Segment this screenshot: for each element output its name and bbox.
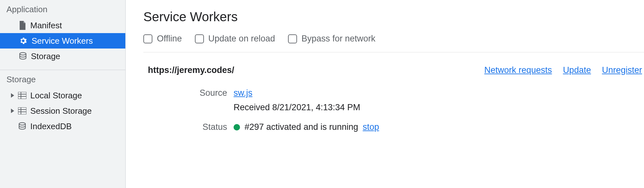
checkbox-label: Update on reload [208,34,275,44]
checkbox-label: Offline [157,34,182,44]
received-text: Received 8/21/2021, 4:13:34 PM [234,103,644,112]
source-label: Source [143,88,227,112]
options-row: Offline Update on reload Bypass for netw… [143,24,644,52]
page-title: Service Workers [143,10,644,24]
sidebar-item-label: Service Workers [32,36,93,46]
status-value: #297 activated and is running stop [234,122,644,132]
sidebar-item-app-storage[interactable]: Storage [0,49,125,64]
checkbox-icon [195,34,204,43]
sidebar-item-service-workers[interactable]: Service Workers [0,33,125,49]
sidebar-item-label: Storage [31,51,60,61]
update-on-reload-checkbox[interactable]: Update on reload [195,34,275,44]
origin-actions: Network requests Update Unregister [484,65,644,75]
sidebar-item-label: Local Storage [30,91,82,101]
source-file-link[interactable]: sw.js [234,88,644,98]
sidebar-item-label: Session Storage [30,106,92,116]
sidebar-item-session-storage[interactable]: Session Storage [0,103,125,119]
table-icon [18,92,26,99]
svg-rect-5 [18,107,26,114]
checkbox-icon [288,34,297,43]
status-text: #297 activated and is running [245,122,358,132]
chevron-right-icon [11,93,14,98]
status-dot-icon [234,124,240,130]
sidebar-item-manifest[interactable]: Manifest [0,18,125,33]
details-grid: Source sw.js Received 8/21/2021, 4:13:34… [143,81,644,132]
gear-icon [19,36,28,45]
bypass-for-network-checkbox[interactable]: Bypass for network [288,34,376,44]
sidebar-section-storage: Storage [0,70,125,88]
caret-spacer [11,124,14,129]
svg-rect-1 [18,92,26,99]
sidebar-item-label: Manifest [30,21,62,31]
sidebar-item-label: IndexedDB [30,121,72,131]
unregister-link[interactable]: Unregister [602,65,642,75]
origin-url: https://jeremy.codes/ [148,65,234,75]
table-icon [18,107,26,114]
source-value: sw.js Received 8/21/2021, 4:13:34 PM [234,88,644,112]
document-icon [19,21,26,30]
update-link[interactable]: Update [563,65,591,75]
stop-link[interactable]: stop [363,122,379,132]
offline-checkbox[interactable]: Offline [143,34,182,44]
checkbox-label: Bypass for network [302,34,376,44]
sidebar-item-indexeddb[interactable]: IndexedDB [0,119,125,134]
network-requests-link[interactable]: Network requests [484,65,552,75]
checkbox-icon [143,34,152,43]
database-icon [18,122,26,131]
sidebar-section-application: Application [0,0,125,18]
origin-row: https://jeremy.codes/ Network requests U… [143,52,644,81]
svg-point-9 [19,123,25,125]
sidebar: Application Manifest Service Workers Sto… [0,0,126,188]
svg-point-0 [20,53,26,55]
status-label: Status [143,122,227,132]
main-panel: Service Workers Offline Update on reload… [126,0,644,188]
sidebar-item-local-storage[interactable]: Local Storage [0,88,125,103]
chevron-right-icon [11,109,14,113]
database-icon [19,52,27,61]
